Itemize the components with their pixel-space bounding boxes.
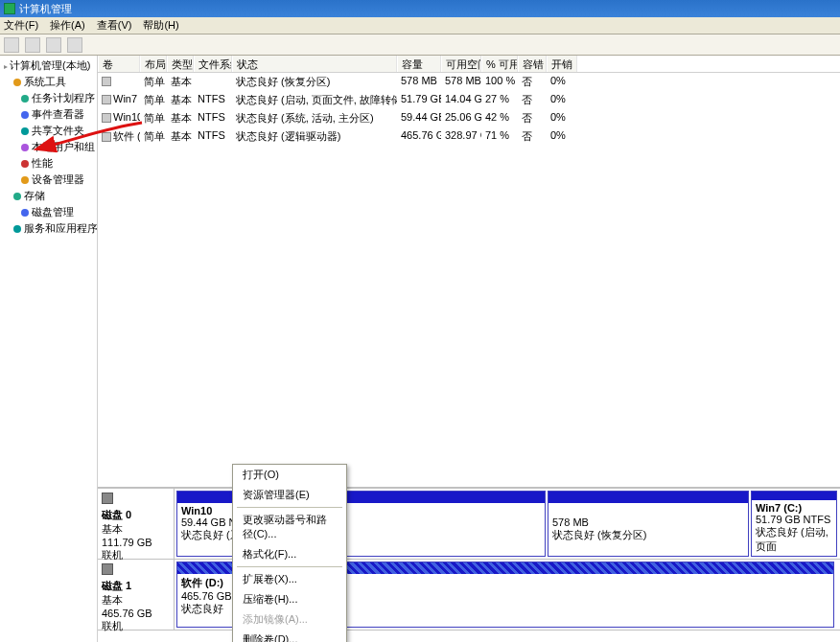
- disk-graphic-panel: 磁盘 0基本111.79 GB联机Win1059.44 GB NTFS状态良好 …: [98, 487, 840, 631]
- volume-icon: [102, 77, 111, 86]
- volume-icon: [102, 132, 111, 142]
- volume-row[interactable]: Win7 (C:)简单基本NTFS状态良好 (启动, 页面文件, 故障转储, 主…: [98, 91, 840, 109]
- disk-row: 磁盘 0基本111.79 GB联机Win1059.44 GB NTFS状态良好 …: [98, 489, 840, 560]
- tree-performance[interactable]: 性能: [2, 155, 95, 172]
- volume-row[interactable]: Win10简单基本NTFS状态良好 (系统, 活动, 主分区)59.44 GB2…: [98, 109, 840, 127]
- col-free[interactable]: 可用空间: [441, 56, 481, 72]
- col-status[interactable]: 状态: [232, 56, 397, 72]
- ctx-format[interactable]: 格式化(F)...: [233, 544, 346, 564]
- ctx-extend[interactable]: 扩展卷(X)...: [233, 569, 346, 589]
- volume-row[interactable]: 软件 (D:)简单基本NTFS状态良好 (逻辑驱动器)465.76 GB328.…: [98, 127, 840, 146]
- volume-list: 卷 布局 类型 文件系统 状态 容量 可用空间 % 可用 容错 开销 简单基本状…: [98, 56, 840, 487]
- context-menu: 打开(O) 资源管理器(E) 更改驱动器号和路径(C)... 格式化(F)...…: [232, 464, 347, 642]
- toolbar-help-icon[interactable]: [67, 37, 82, 53]
- toolbar-forward-icon[interactable]: [25, 37, 40, 53]
- toolbar-refresh-icon[interactable]: [46, 37, 61, 53]
- menu-action[interactable]: 操作(A): [50, 18, 85, 33]
- title-bar: 计算机管理: [0, 0, 840, 17]
- ctx-explorer[interactable]: 资源管理器(E): [233, 485, 346, 505]
- menu-bar: 文件(F) 操作(A) 查看(V) 帮助(H): [0, 17, 840, 34]
- disk-row: 磁盘 1基本465.76 GB联机软件 (D:)465.76 GB状态良好: [98, 560, 840, 631]
- col-volume[interactable]: 卷: [98, 56, 140, 72]
- disk-icon: [102, 493, 113, 504]
- ctx-separator: [237, 566, 342, 567]
- partition[interactable]: 578 MB状态良好 (恢复分区): [548, 491, 749, 557]
- tree-local-users[interactable]: 本地用户和组: [2, 139, 95, 155]
- tree-device-manager[interactable]: 设备管理器: [2, 172, 95, 188]
- col-percent[interactable]: % 可用: [481, 56, 518, 72]
- ctx-shrink[interactable]: 压缩卷(H)...: [233, 589, 346, 609]
- volume-icon: [102, 113, 111, 123]
- col-type[interactable]: 类型: [167, 56, 194, 72]
- volume-header: 卷 布局 类型 文件系统 状态 容量 可用空间 % 可用 容错 开销: [98, 56, 840, 73]
- menu-file[interactable]: 文件(F): [4, 18, 38, 33]
- ctx-open[interactable]: 打开(O): [233, 465, 346, 485]
- volume-row[interactable]: 简单基本状态良好 (恢复分区)578 MB578 MB100 %否0%: [98, 73, 840, 91]
- toolbar-back-icon[interactable]: [4, 37, 19, 53]
- tree-disk-management[interactable]: 磁盘管理: [2, 204, 95, 220]
- col-overhead[interactable]: 开销: [547, 56, 577, 72]
- ctx-change-letter[interactable]: 更改驱动器号和路径(C)...: [233, 510, 346, 544]
- menu-help[interactable]: 帮助(H): [143, 18, 178, 33]
- col-layout[interactable]: 布局: [140, 56, 167, 72]
- ctx-separator: [237, 507, 342, 508]
- volume-icon: [102, 95, 111, 104]
- toolbar: [0, 34, 840, 56]
- tree-task-scheduler[interactable]: 任务计划程序: [2, 90, 95, 106]
- col-filesystem[interactable]: 文件系统: [194, 56, 232, 72]
- window-title: 计算机管理: [19, 2, 72, 16]
- tree-event-viewer[interactable]: 事件查看器: [2, 106, 95, 123]
- menu-view[interactable]: 查看(V): [97, 18, 132, 33]
- disk-label[interactable]: 磁盘 1基本465.76 GB联机: [98, 560, 175, 630]
- disk-label[interactable]: 磁盘 0基本111.79 GB联机: [98, 489, 175, 559]
- nav-tree: 计算机管理(本地) 系统工具 任务计划程序 事件查看器 共享文件夹 本地用户和组…: [0, 56, 98, 642]
- col-capacity[interactable]: 容量: [397, 56, 441, 72]
- ctx-delete[interactable]: 删除卷(D)...: [233, 630, 346, 642]
- disk-icon: [102, 563, 113, 575]
- tree-root[interactable]: 计算机管理(本地): [2, 57, 95, 74]
- tree-system-tools[interactable]: 系统工具: [2, 74, 95, 90]
- tree-shared-folders[interactable]: 共享文件夹: [2, 123, 95, 139]
- partition[interactable]: Win7 (C:)51.79 GB NTFS状态良好 (启动, 页面: [751, 491, 837, 557]
- col-fault[interactable]: 容错: [518, 56, 547, 72]
- tree-storage[interactable]: 存储: [2, 188, 95, 204]
- app-icon: [4, 3, 15, 14]
- ctx-mirror: 添加镜像(A)...: [233, 609, 346, 630]
- tree-services-apps[interactable]: 服务和应用程序: [2, 220, 95, 237]
